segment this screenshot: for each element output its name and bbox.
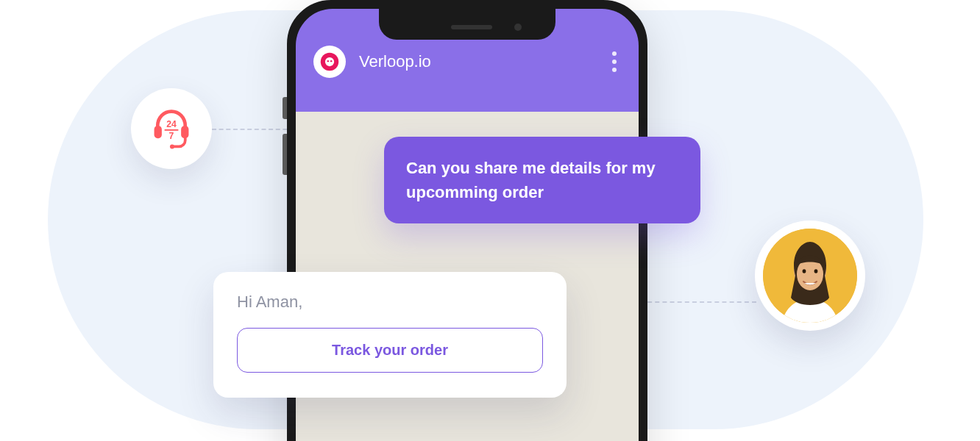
user-message-text: Can you share me details for my upcommin… (406, 159, 656, 201)
bot-greeting: Hi Aman, (237, 293, 543, 312)
phone-side-button (283, 97, 287, 119)
svg-text:24: 24 (166, 119, 177, 129)
svg-text:7: 7 (169, 131, 174, 141)
svg-rect-0 (155, 126, 162, 138)
phone-side-button (283, 134, 287, 175)
svg-point-2 (170, 144, 174, 148)
svg-point-8 (327, 60, 329, 62)
agent-avatar-chip (755, 220, 865, 331)
svg-rect-1 (181, 126, 188, 138)
user-message-bubble: Can you share me details for my upcommin… (384, 137, 700, 223)
bot-reply-card: Hi Aman, Track your order (213, 272, 567, 398)
chat-header: Verloop.io (313, 46, 621, 78)
connector-line-left (212, 129, 294, 130)
phone-notch (379, 9, 555, 40)
brand-icon (313, 46, 346, 78)
svg-point-7 (325, 57, 334, 66)
headset-247-icon: 24 7 (149, 107, 193, 151)
connector-line-right (640, 301, 756, 303)
svg-point-13 (803, 269, 806, 273)
agent-avatar (763, 229, 857, 323)
svg-point-9 (330, 60, 332, 62)
track-order-button[interactable]: Track your order (237, 328, 543, 373)
chat-brand-title: Verloop.io (359, 52, 599, 71)
more-menu-icon[interactable] (612, 51, 621, 72)
svg-point-14 (814, 269, 818, 273)
support-chip: 24 7 (131, 88, 212, 169)
